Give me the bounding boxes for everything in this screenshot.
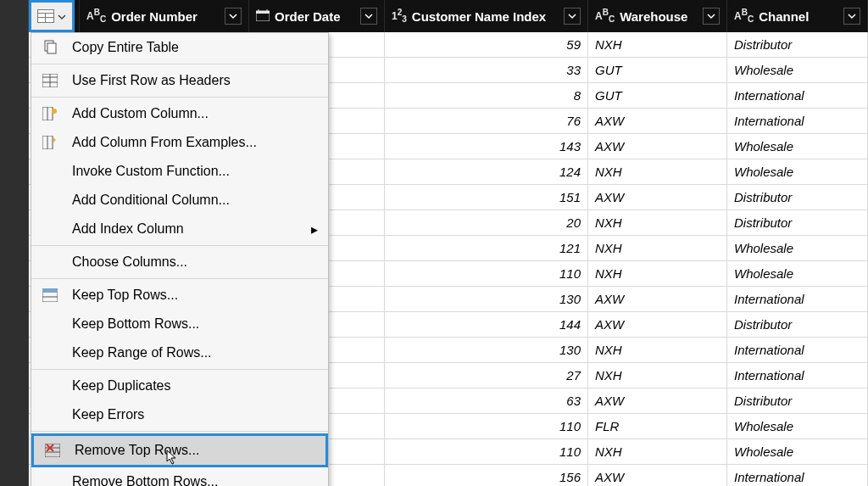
cell-customer-index: 151 bbox=[385, 185, 588, 209]
menu-item[interactable]: Keep Duplicates bbox=[31, 371, 328, 400]
cell-customer-index: 20 bbox=[385, 210, 588, 235]
cell-customer-index: 130 bbox=[385, 338, 588, 362]
menu-item[interactable]: Invoke Custom Function... bbox=[31, 157, 328, 186]
cell-warehouse: NXH bbox=[588, 363, 727, 388]
menu-item[interactable]: Use First Row as Headers bbox=[31, 66, 328, 95]
text-type-icon: ABC bbox=[86, 8, 106, 24]
cell-channel: Wholesale bbox=[727, 439, 868, 464]
cell-channel: International bbox=[727, 109, 868, 133]
cell-channel: Distributor bbox=[727, 185, 868, 209]
cell-warehouse: AXW bbox=[588, 388, 727, 413]
menu-separator bbox=[31, 97, 328, 98]
app-left-rail bbox=[0, 0, 29, 486]
cell-warehouse: GUT bbox=[588, 83, 727, 108]
cell-customer-index: 27 bbox=[385, 363, 588, 388]
svg-rect-4 bbox=[38, 18, 45, 22]
svg-rect-3 bbox=[46, 14, 53, 17]
cell-channel: International bbox=[727, 287, 868, 311]
cell-warehouse: AXW bbox=[588, 109, 727, 133]
cell-warehouse: NXH bbox=[588, 210, 727, 235]
menu-item[interactable]: Remove Bottom Rows... bbox=[31, 467, 328, 486]
menu-item[interactable]: Keep Top Rows... bbox=[31, 281, 328, 310]
chevron-down-icon bbox=[58, 9, 66, 24]
cell-channel: Wholesale bbox=[727, 159, 868, 184]
cell-channel: International bbox=[727, 465, 868, 486]
table-context-menu: Copy Entire TableUse First Row as Header… bbox=[31, 32, 329, 486]
column-header-channel[interactable]: ABC Channel bbox=[727, 0, 868, 32]
filter-dropdown-icon[interactable] bbox=[564, 8, 581, 25]
cell-customer-index: 59 bbox=[385, 32, 588, 57]
remove-rows-icon bbox=[42, 444, 63, 457]
cell-channel: Wholesale bbox=[727, 261, 868, 286]
cell-warehouse: GUT bbox=[588, 58, 727, 82]
column-header-customer-index[interactable]: 123 Customer Name Index bbox=[385, 0, 588, 32]
menu-item-label: Remove Top Rows... bbox=[75, 443, 199, 458]
filter-dropdown-icon[interactable] bbox=[843, 8, 860, 25]
menu-separator bbox=[31, 278, 328, 279]
menu-item[interactable]: Remove Top Rows... bbox=[31, 433, 328, 467]
table-menu-button[interactable] bbox=[29, 0, 75, 32]
menu-item[interactable]: Keep Errors bbox=[31, 400, 328, 429]
cell-customer-index: 124 bbox=[385, 159, 588, 184]
cell-channel: Distributor bbox=[727, 210, 868, 235]
table-icon bbox=[40, 74, 60, 87]
cell-warehouse: AXW bbox=[588, 312, 727, 337]
cell-customer-index: 156 bbox=[385, 465, 588, 486]
svg-rect-22 bbox=[42, 288, 58, 293]
cell-warehouse: NXH bbox=[588, 32, 727, 57]
menu-item-label: Add Custom Column... bbox=[72, 106, 209, 121]
menu-item[interactable]: Copy Entire Table bbox=[31, 33, 328, 62]
menu-item[interactable]: Keep Range of Rows... bbox=[31, 338, 328, 367]
cell-channel: Distributor bbox=[727, 312, 868, 337]
menu-item-label: Keep Errors bbox=[72, 407, 144, 422]
menu-item-label: Keep Top Rows... bbox=[72, 288, 178, 303]
submenu-arrow-icon: ▸ bbox=[311, 221, 318, 237]
keep-rows-icon bbox=[40, 288, 60, 302]
menu-item-label: Add Column From Examples... bbox=[72, 135, 257, 150]
column-header-order-number[interactable]: ABC Order Number bbox=[80, 0, 249, 32]
menu-item[interactable]: Add Custom Column... bbox=[31, 99, 328, 128]
cell-channel: Wholesale bbox=[727, 134, 868, 159]
cell-channel: International bbox=[727, 338, 868, 362]
cell-warehouse: AXW bbox=[588, 465, 727, 486]
cell-channel: International bbox=[727, 363, 868, 388]
filter-dropdown-icon[interactable] bbox=[703, 8, 720, 25]
cell-customer-index: 144 bbox=[385, 312, 588, 337]
menu-item[interactable]: Add Column From Examples... bbox=[31, 128, 328, 157]
cell-customer-index: 121 bbox=[385, 236, 588, 260]
text-type-icon: ABC bbox=[595, 8, 615, 24]
menu-item-label: Keep Duplicates bbox=[72, 378, 171, 394]
copy-icon bbox=[40, 40, 60, 55]
column-header-label: Channel bbox=[759, 9, 809, 24]
menu-item[interactable]: Add Conditional Column... bbox=[31, 186, 328, 215]
menu-item-label: Use First Row as Headers bbox=[72, 73, 231, 88]
menu-item-label: Add Conditional Column... bbox=[72, 193, 230, 208]
cell-channel: Wholesale bbox=[727, 58, 868, 82]
cell-customer-index: 110 bbox=[385, 439, 588, 464]
menu-separator bbox=[31, 64, 328, 64]
svg-point-18 bbox=[52, 109, 57, 114]
col-example-icon bbox=[40, 136, 60, 149]
cell-customer-index: 143 bbox=[385, 134, 588, 159]
cell-customer-index: 110 bbox=[385, 261, 588, 286]
svg-rect-11 bbox=[47, 43, 56, 53]
menu-item-label: Add Index Column bbox=[72, 221, 184, 237]
cell-warehouse: NXH bbox=[588, 159, 727, 184]
cell-customer-index: 130 bbox=[385, 287, 588, 311]
svg-rect-5 bbox=[46, 18, 53, 22]
menu-item[interactable]: Keep Bottom Rows... bbox=[31, 310, 328, 338]
menu-item[interactable]: Choose Columns... bbox=[31, 248, 328, 277]
menu-item-label: Invoke Custom Function... bbox=[72, 164, 230, 179]
menu-item-label: Choose Columns... bbox=[72, 254, 187, 270]
cell-channel: Distributor bbox=[727, 388, 868, 413]
date-type-icon bbox=[256, 9, 270, 24]
menu-item[interactable]: Add Index Column▸ bbox=[31, 215, 328, 243]
filter-dropdown-icon[interactable] bbox=[225, 8, 242, 25]
filter-dropdown-icon[interactable] bbox=[360, 8, 377, 25]
number-type-icon: 123 bbox=[392, 8, 407, 24]
menu-item-label: Keep Bottom Rows... bbox=[72, 316, 199, 332]
table-icon bbox=[37, 9, 54, 23]
cell-customer-index: 33 bbox=[385, 58, 588, 82]
column-header-order-date[interactable]: Order Date bbox=[249, 0, 385, 32]
column-header-warehouse[interactable]: ABC Warehouse bbox=[588, 0, 727, 32]
